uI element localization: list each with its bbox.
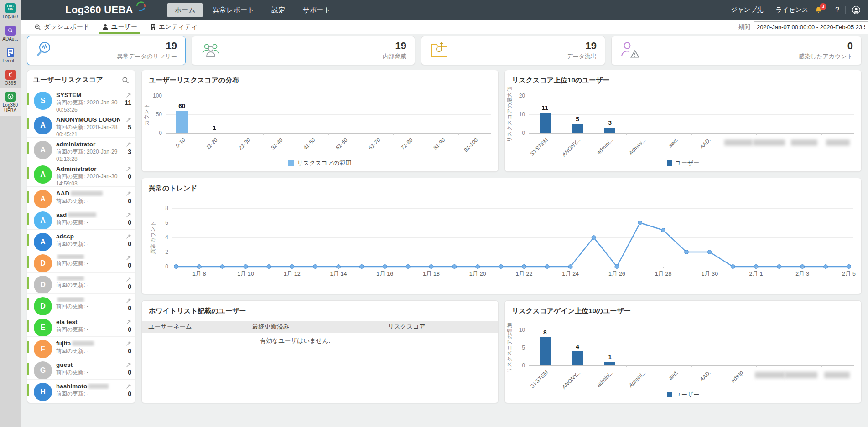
- user-list-item[interactable]: A aad 前回の更新: - 0: [27, 208, 135, 229]
- bar[interactable]: [604, 128, 615, 133]
- bar-value-label: 11: [542, 104, 548, 111]
- dashboard-content: 19 異常データのサマリー 19 内部脅威 19 データ: [21, 34, 868, 403]
- x-axis-label: 1月 16: [376, 270, 393, 278]
- tab-support[interactable]: サポート: [296, 3, 338, 17]
- pin-icon[interactable]: [126, 191, 131, 196]
- user-list-item[interactable]: A ANONYMOUS LOGON 前回の更新: 2020-Jan-2800:4…: [27, 113, 135, 137]
- user-list-item[interactable]: A: [27, 401, 135, 403]
- compromised-account-person-icon: [620, 41, 641, 61]
- data-point[interactable]: [685, 250, 689, 254]
- pin-icon[interactable]: [126, 166, 131, 172]
- data-point[interactable]: [313, 265, 317, 269]
- bar[interactable]: [572, 351, 583, 365]
- data-point[interactable]: [545, 265, 549, 269]
- avatar: A: [34, 116, 52, 134]
- user-list-item[interactable]: A adssp 前回の更新: - 0: [27, 229, 135, 251]
- rail-item-eventlog[interactable]: Event...: [0, 44, 21, 67]
- log360-icon: LOG360: [5, 3, 16, 13]
- data-point[interactable]: [707, 250, 712, 254]
- card-compromised-accounts[interactable]: 0 感染したアカウント: [611, 36, 862, 65]
- help-icon[interactable]: ?: [835, 6, 839, 14]
- tab-anomaly-report[interactable]: 異常レポート: [205, 3, 261, 17]
- pin-icon[interactable]: [126, 341, 131, 346]
- pin-icon[interactable]: [126, 212, 131, 218]
- data-point[interactable]: [638, 221, 642, 225]
- pin-icon[interactable]: [126, 319, 131, 325]
- period-range-input[interactable]: [754, 21, 868, 32]
- x-axis-label: ANONY...: [561, 369, 582, 390]
- user-list-item[interactable]: D 前回の更新: - 0: [27, 272, 135, 293]
- data-point[interactable]: [661, 228, 665, 232]
- avatar: H: [34, 383, 52, 401]
- search-icon[interactable]: [122, 77, 129, 84]
- bar[interactable]: [604, 362, 615, 365]
- user-list-item[interactable]: A AAD 前回の更新: - 0: [27, 186, 135, 208]
- data-point[interactable]: [777, 265, 781, 269]
- bar[interactable]: [540, 113, 551, 133]
- pin-icon[interactable]: [126, 234, 131, 239]
- card-insider-threat[interactable]: 19 内部脅威: [192, 36, 415, 65]
- chart-legend[interactable]: ユーザー: [505, 391, 861, 399]
- user-list-item[interactable]: A Administrator 前回の更新: 2020-Jan-3014:59:…: [27, 162, 135, 186]
- subnav-dashboard[interactable]: ダッシュボード: [28, 20, 96, 34]
- user-list-item[interactable]: A administrator 前回の更新: 2020-Jan-2901:13:…: [27, 137, 135, 162]
- user-list-item[interactable]: F fujita 前回の更新: - 0: [27, 336, 135, 358]
- chart-legend[interactable]: ユーザー: [505, 159, 861, 167]
- bar[interactable]: [176, 111, 188, 133]
- bar[interactable]: [572, 124, 583, 134]
- card-label: データ流出: [567, 52, 597, 61]
- subnav-users[interactable]: ユーザー: [96, 20, 144, 34]
- bar-value-label: 1: [608, 354, 612, 360]
- data-point[interactable]: [592, 236, 596, 240]
- data-point[interactable]: [267, 265, 271, 269]
- pin-icon[interactable]: [126, 362, 131, 368]
- user-list-item[interactable]: D 前回の更新: - 0: [27, 251, 135, 272]
- pin-icon[interactable]: [126, 93, 131, 98]
- x-axis-label: 1月 24: [562, 270, 579, 278]
- pin-icon[interactable]: [126, 298, 131, 304]
- tab-home[interactable]: ホーム: [167, 3, 203, 17]
- y-axis-tick: 10: [519, 327, 525, 333]
- rail-item-o365[interactable]: O365: [0, 67, 21, 89]
- pin-icon[interactable]: [126, 255, 131, 261]
- rail-item-adaudit[interactable]: ADAu...: [0, 22, 21, 45]
- license-link[interactable]: ライセンス: [775, 6, 808, 14]
- user-list-item[interactable]: G guest 前回の更新: - 0: [27, 358, 135, 379]
- user-risk-score: 5: [128, 123, 131, 131]
- pin-icon[interactable]: [126, 277, 131, 282]
- card-data-exfiltration[interactable]: 19 データ流出: [421, 36, 605, 65]
- blurred-category-label: [824, 372, 850, 378]
- pin-icon[interactable]: [126, 142, 131, 147]
- anomaly-magnifier-icon: [36, 41, 56, 61]
- data-point[interactable]: [452, 265, 457, 269]
- data-point[interactable]: [406, 265, 410, 269]
- data-point[interactable]: [824, 265, 828, 269]
- rail-item-log360[interactable]: LOG360 Log360: [0, 0, 21, 22]
- user-name: fujita: [56, 340, 71, 347]
- user-list-item[interactable]: E ela test 前回の更新: - 0: [27, 315, 135, 336]
- user-list-item[interactable]: S SYSTEM 前回の更新: 2020-Jan-3000:53:26 11: [27, 88, 135, 113]
- chart-legend[interactable]: リスクスコアの範囲: [142, 159, 498, 167]
- user-name: Administrator: [56, 165, 97, 172]
- x-axis-label: 61-70: [367, 137, 382, 151]
- data-point[interactable]: [731, 265, 735, 269]
- panel-title: ホワイトリスト記載のユーザー: [142, 301, 498, 315]
- user-account-icon[interactable]: [852, 5, 861, 15]
- data-point[interactable]: [499, 265, 503, 269]
- bar[interactable]: [540, 337, 551, 365]
- pin-icon[interactable]: [126, 117, 131, 123]
- data-exfiltration-folder-icon: [430, 41, 450, 60]
- subnav-entities[interactable]: エンティティ: [144, 20, 204, 34]
- blurred-category-label: [755, 372, 785, 378]
- notifications-bell-icon[interactable]: 3: [814, 6, 823, 15]
- user-list-item[interactable]: D 前回の更新: - 0: [27, 293, 135, 315]
- data-point[interactable]: [220, 265, 224, 269]
- data-point[interactable]: [174, 265, 178, 269]
- jump-to-link[interactable]: ジャンプ先: [731, 6, 763, 14]
- user-list-item[interactable]: H hashimoto 前回の更新: - 0: [27, 379, 135, 401]
- card-anomaly-summary[interactable]: 19 異常データのサマリー: [27, 36, 186, 65]
- pin-icon[interactable]: [126, 384, 131, 389]
- data-point[interactable]: [359, 265, 364, 269]
- tab-settings[interactable]: 設定: [265, 3, 293, 17]
- rail-item-log360-ueba[interactable]: Log360 UEBA: [0, 88, 21, 116]
